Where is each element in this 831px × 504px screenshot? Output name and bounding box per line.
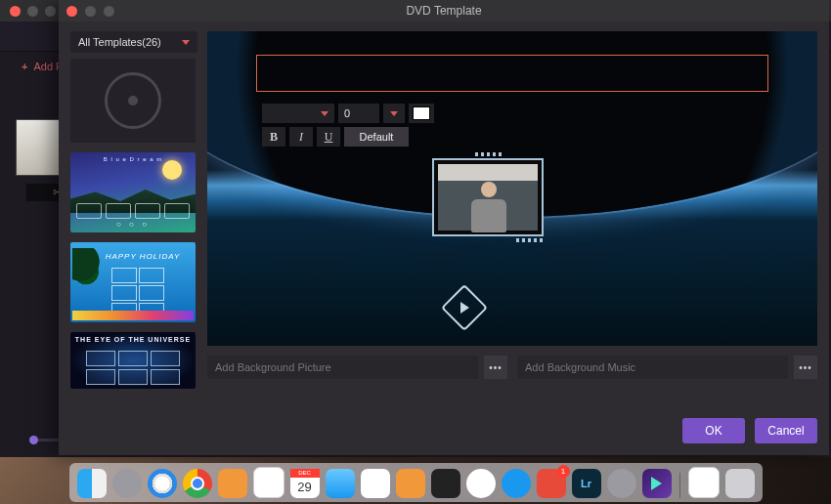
templates-filter-dropdown[interactable]: All Templates(26)	[70, 31, 197, 53]
underline-button[interactable]: U	[317, 127, 340, 147]
template-card-blank[interactable]	[70, 59, 196, 143]
template-card-happy-holiday[interactable]: HAPPY HOLIDAY	[70, 242, 196, 322]
template-card-blue-dream[interactable]: B l u e D r e a m ○ ○ ○	[70, 152, 196, 232]
progress-knob[interactable]	[29, 436, 38, 444]
dock-mail-icon[interactable]	[326, 469, 355, 498]
dock-lightroom-icon[interactable]: Lr	[572, 469, 601, 498]
background-music-input[interactable]	[517, 356, 788, 379]
macos-dock: DEC 29 1 Lr	[0, 461, 831, 504]
more-icon: •••	[489, 362, 503, 373]
font-family-dropdown[interactable]	[262, 104, 334, 123]
badge: 1	[557, 465, 570, 478]
video-chapter-frame[interactable]	[432, 158, 544, 236]
bold-button[interactable]: B	[262, 127, 285, 147]
browse-music-button[interactable]: •••	[794, 356, 817, 379]
background-picture-input[interactable]	[207, 356, 478, 379]
play-icon	[460, 302, 469, 314]
dock-photos-icon[interactable]	[466, 469, 496, 498]
color-swatch	[413, 106, 430, 120]
dock-settings-icon[interactable]	[607, 469, 636, 498]
plus-icon: +	[22, 61, 27, 72]
dock-notes-icon[interactable]	[253, 467, 284, 498]
dock-separator	[679, 473, 680, 498]
title-text-field[interactable]	[256, 55, 768, 92]
template-card-eye-universe[interactable]: THE EYE OF THE UNIVERSE	[70, 332, 196, 389]
template-label: THE EYE OF THE UNIVERSE	[70, 336, 196, 343]
font-color-picker[interactable]	[409, 104, 434, 123]
dock-appstore-icon[interactable]	[502, 469, 531, 498]
italic-button[interactable]: I	[289, 127, 313, 147]
modal-footer: OK Cancel	[59, 404, 829, 455]
caret-down-icon	[321, 111, 328, 116]
default-style-button[interactable]: Default	[344, 127, 409, 147]
more-icon: •••	[799, 362, 812, 373]
person-graphic	[469, 182, 508, 231]
font-size-value[interactable]: 0	[338, 104, 379, 123]
calendar-month: DEC	[290, 469, 320, 478]
dock-trash-icon[interactable]	[725, 469, 755, 498]
ok-button[interactable]: OK	[682, 418, 745, 443]
dock-app-icon[interactable]: 1	[537, 469, 566, 498]
dock-safari-icon[interactable]	[148, 469, 177, 498]
dock-terminal-icon[interactable]	[431, 469, 460, 498]
dock-app-icon[interactable]	[218, 469, 247, 498]
dock-app-icon[interactable]	[396, 469, 425, 498]
template-sidebar: All Templates(26) B l u e D r e a m ○ ○ …	[70, 31, 197, 404]
dock-document-icon[interactable]	[688, 467, 720, 498]
pager-dots: ○ ○ ○	[70, 220, 196, 229]
modal-title: DVD Template	[59, 4, 829, 18]
dock-finder-icon[interactable]	[77, 469, 107, 498]
dvd-template-modal: DVD Template All Templates(26) B l u e D…	[59, 0, 829, 455]
browse-picture-button[interactable]: •••	[484, 356, 507, 379]
modal-main: 0 B I U Default	[207, 31, 817, 404]
dock-chrome-icon[interactable]	[183, 469, 212, 498]
template-list[interactable]: B l u e D r e a m ○ ○ ○ HAPPY HOLIDAY TH…	[70, 59, 197, 404]
dock-calendar-icon[interactable]: DEC 29	[290, 469, 320, 498]
modal-header: DVD Template	[59, 0, 829, 21]
disc-icon	[105, 72, 161, 129]
play-button[interactable]	[448, 291, 481, 324]
dock-app-icon[interactable]	[361, 469, 390, 498]
calendar-day: 29	[290, 478, 320, 497]
caret-down-icon	[182, 40, 190, 45]
cancel-button[interactable]: Cancel	[755, 418, 817, 443]
video-thumbnail	[438, 164, 538, 231]
text-format-toolbar: 0 B I U Default	[262, 104, 434, 147]
dock-launchpad-icon[interactable]	[112, 469, 142, 498]
template-label: HAPPY HOLIDAY	[100, 252, 186, 261]
font-size-dropdown[interactable]	[383, 104, 405, 123]
templates-filter-label: All Templates(26)	[78, 36, 161, 48]
template-preview: 0 B I U Default	[207, 31, 817, 346]
dock-uniconverter-icon[interactable]	[642, 469, 672, 498]
caret-down-icon	[390, 111, 398, 116]
